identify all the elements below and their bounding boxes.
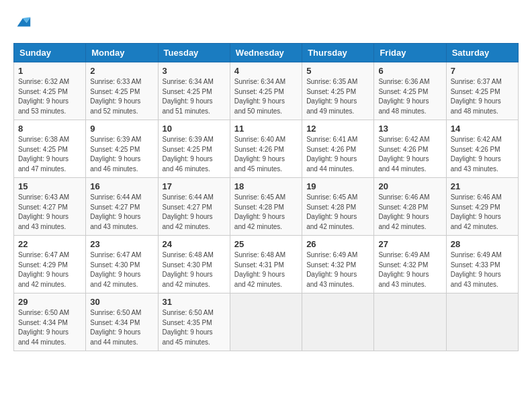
calendar-week-row: 1 Sunrise: 6:32 AM Sunset: 4:25 PM Dayli… xyxy=(14,62,519,120)
day-number: 11 xyxy=(234,124,298,134)
day-info: Sunrise: 6:49 AM Sunset: 4:33 PM Dayligh… xyxy=(451,250,514,289)
calendar-cell xyxy=(302,293,374,351)
calendar-cell: 8 Sunrise: 6:38 AM Sunset: 4:25 PM Dayli… xyxy=(14,120,86,178)
day-info: Sunrise: 6:46 AM Sunset: 4:28 PM Dayligh… xyxy=(378,193,441,232)
day-info: Sunrise: 6:32 AM Sunset: 4:25 PM Dayligh… xyxy=(18,77,81,116)
day-info: Sunrise: 6:37 AM Sunset: 4:25 PM Dayligh… xyxy=(451,77,514,116)
day-info: Sunrise: 6:50 AM Sunset: 4:34 PM Dayligh… xyxy=(18,308,81,347)
day-info: Sunrise: 6:50 AM Sunset: 4:34 PM Dayligh… xyxy=(90,308,153,347)
calendar-cell xyxy=(446,293,518,351)
calendar-cell: 23 Sunrise: 6:47 AM Sunset: 4:30 PM Dayl… xyxy=(86,236,158,293)
day-number: 23 xyxy=(90,239,153,249)
day-number: 18 xyxy=(234,181,298,191)
calendar-cell: 7 Sunrise: 6:37 AM Sunset: 4:25 PM Dayli… xyxy=(446,62,518,120)
day-info: Sunrise: 6:38 AM Sunset: 4:25 PM Dayligh… xyxy=(18,135,81,174)
day-info: Sunrise: 6:44 AM Sunset: 4:27 PM Dayligh… xyxy=(90,193,153,232)
day-number: 26 xyxy=(306,239,369,249)
calendar-cell: 16 Sunrise: 6:44 AM Sunset: 4:27 PM Dayl… xyxy=(86,178,158,236)
calendar-cell: 13 Sunrise: 6:42 AM Sunset: 4:26 PM Dayl… xyxy=(374,120,446,178)
calendar-week-row: 15 Sunrise: 6:43 AM Sunset: 4:27 PM Dayl… xyxy=(14,178,519,236)
day-number: 7 xyxy=(451,66,514,76)
day-number: 1 xyxy=(18,66,81,76)
day-number: 2 xyxy=(90,66,153,76)
calendar-cell: 12 Sunrise: 6:41 AM Sunset: 4:26 PM Dayl… xyxy=(302,120,374,178)
calendar-cell: 26 Sunrise: 6:49 AM Sunset: 4:32 PM Dayl… xyxy=(302,236,374,293)
calendar-cell: 28 Sunrise: 6:49 AM Sunset: 4:33 PM Dayl… xyxy=(446,236,518,293)
calendar-week-row: 22 Sunrise: 6:47 AM Sunset: 4:29 PM Dayl… xyxy=(14,236,519,293)
calendar-cell: 9 Sunrise: 6:39 AM Sunset: 4:25 PM Dayli… xyxy=(86,120,158,178)
day-info: Sunrise: 6:47 AM Sunset: 4:30 PM Dayligh… xyxy=(90,250,153,289)
day-info: Sunrise: 6:34 AM Sunset: 4:25 PM Dayligh… xyxy=(163,77,226,116)
calendar-cell: 5 Sunrise: 6:35 AM Sunset: 4:25 PM Dayli… xyxy=(302,62,374,120)
calendar-cell: 20 Sunrise: 6:46 AM Sunset: 4:28 PM Dayl… xyxy=(374,178,446,236)
page-header xyxy=(13,13,519,32)
calendar-cell: 11 Sunrise: 6:40 AM Sunset: 4:26 PM Dayl… xyxy=(230,120,302,178)
day-info: Sunrise: 6:34 AM Sunset: 4:25 PM Dayligh… xyxy=(234,77,298,116)
day-number: 28 xyxy=(451,239,514,249)
day-info: Sunrise: 6:33 AM Sunset: 4:25 PM Dayligh… xyxy=(90,77,153,116)
calendar-cell: 1 Sunrise: 6:32 AM Sunset: 4:25 PM Dayli… xyxy=(14,62,86,120)
weekday-header: Sunday xyxy=(14,44,86,62)
day-number: 10 xyxy=(163,124,226,134)
day-info: Sunrise: 6:44 AM Sunset: 4:27 PM Dayligh… xyxy=(163,193,226,232)
day-info: Sunrise: 6:35 AM Sunset: 4:25 PM Dayligh… xyxy=(306,77,369,116)
day-info: Sunrise: 6:48 AM Sunset: 4:31 PM Dayligh… xyxy=(234,250,298,289)
day-info: Sunrise: 6:48 AM Sunset: 4:30 PM Dayligh… xyxy=(163,250,226,289)
calendar-cell: 17 Sunrise: 6:44 AM Sunset: 4:27 PM Dayl… xyxy=(158,178,230,236)
day-number: 31 xyxy=(163,297,226,307)
day-info: Sunrise: 6:39 AM Sunset: 4:25 PM Dayligh… xyxy=(90,135,153,174)
calendar-cell: 3 Sunrise: 6:34 AM Sunset: 4:25 PM Dayli… xyxy=(158,62,230,120)
day-info: Sunrise: 6:49 AM Sunset: 4:32 PM Dayligh… xyxy=(306,250,369,289)
weekday-header: Wednesday xyxy=(230,44,302,62)
day-info: Sunrise: 6:41 AM Sunset: 4:26 PM Dayligh… xyxy=(306,135,369,174)
day-info: Sunrise: 6:50 AM Sunset: 4:35 PM Dayligh… xyxy=(163,308,226,347)
weekday-header: Saturday xyxy=(446,44,518,62)
calendar-cell: 21 Sunrise: 6:46 AM Sunset: 4:29 PM Dayl… xyxy=(446,178,518,236)
calendar-cell: 29 Sunrise: 6:50 AM Sunset: 4:34 PM Dayl… xyxy=(14,293,86,351)
calendar-cell: 6 Sunrise: 6:36 AM Sunset: 4:25 PM Dayli… xyxy=(374,62,446,120)
day-number: 27 xyxy=(378,239,441,249)
calendar-cell: 25 Sunrise: 6:48 AM Sunset: 4:31 PM Dayl… xyxy=(230,236,302,293)
calendar-table: SundayMondayTuesdayWednesdayThursdayFrid… xyxy=(13,43,519,351)
day-number: 20 xyxy=(378,181,441,191)
day-number: 4 xyxy=(234,66,298,76)
day-number: 24 xyxy=(163,239,226,249)
day-number: 3 xyxy=(163,66,226,76)
day-number: 17 xyxy=(163,181,226,191)
calendar-cell: 15 Sunrise: 6:43 AM Sunset: 4:27 PM Dayl… xyxy=(14,178,86,236)
calendar-cell: 10 Sunrise: 6:39 AM Sunset: 4:25 PM Dayl… xyxy=(158,120,230,178)
day-info: Sunrise: 6:40 AM Sunset: 4:26 PM Dayligh… xyxy=(234,135,298,174)
day-number: 5 xyxy=(306,66,369,76)
calendar-week-row: 8 Sunrise: 6:38 AM Sunset: 4:25 PM Dayli… xyxy=(14,120,519,178)
calendar-cell: 27 Sunrise: 6:49 AM Sunset: 4:32 PM Dayl… xyxy=(374,236,446,293)
calendar-cell: 31 Sunrise: 6:50 AM Sunset: 4:35 PM Dayl… xyxy=(158,293,230,351)
logo xyxy=(13,13,35,32)
calendar-cell xyxy=(230,293,302,351)
day-number: 13 xyxy=(378,124,441,134)
calendar-cell: 4 Sunrise: 6:34 AM Sunset: 4:25 PM Dayli… xyxy=(230,62,302,120)
day-number: 8 xyxy=(18,124,81,134)
weekday-header: Tuesday xyxy=(158,44,230,62)
calendar-cell xyxy=(374,293,446,351)
calendar-week-row: 29 Sunrise: 6:50 AM Sunset: 4:34 PM Dayl… xyxy=(14,293,519,351)
day-number: 19 xyxy=(306,181,369,191)
day-number: 14 xyxy=(451,124,514,134)
calendar-cell: 18 Sunrise: 6:45 AM Sunset: 4:28 PM Dayl… xyxy=(230,178,302,236)
logo-icon xyxy=(13,13,32,32)
day-info: Sunrise: 6:42 AM Sunset: 4:26 PM Dayligh… xyxy=(451,135,514,174)
day-number: 21 xyxy=(451,181,514,191)
day-info: Sunrise: 6:46 AM Sunset: 4:29 PM Dayligh… xyxy=(451,193,514,232)
weekday-header: Monday xyxy=(86,44,158,62)
calendar-cell: 30 Sunrise: 6:50 AM Sunset: 4:34 PM Dayl… xyxy=(86,293,158,351)
day-number: 15 xyxy=(18,181,81,191)
calendar-cell: 14 Sunrise: 6:42 AM Sunset: 4:26 PM Dayl… xyxy=(446,120,518,178)
calendar-cell: 24 Sunrise: 6:48 AM Sunset: 4:30 PM Dayl… xyxy=(158,236,230,293)
day-info: Sunrise: 6:49 AM Sunset: 4:32 PM Dayligh… xyxy=(378,250,441,289)
day-info: Sunrise: 6:45 AM Sunset: 4:28 PM Dayligh… xyxy=(234,193,298,232)
day-number: 16 xyxy=(90,181,153,191)
day-number: 30 xyxy=(90,297,153,307)
day-info: Sunrise: 6:39 AM Sunset: 4:25 PM Dayligh… xyxy=(163,135,226,174)
day-number: 29 xyxy=(18,297,81,307)
weekday-header: Friday xyxy=(374,44,446,62)
day-info: Sunrise: 6:43 AM Sunset: 4:27 PM Dayligh… xyxy=(18,193,81,232)
